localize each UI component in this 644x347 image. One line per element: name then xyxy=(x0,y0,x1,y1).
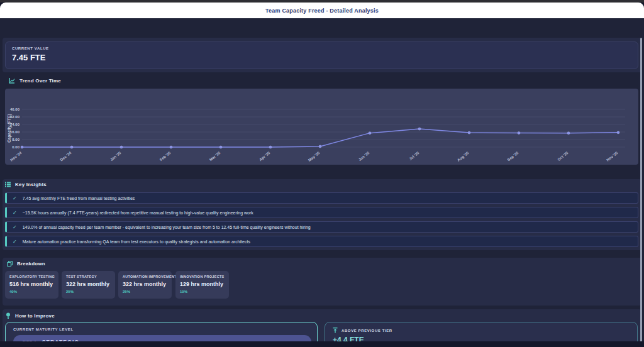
current-value: 7.45 FTE xyxy=(12,53,631,62)
how-to-improve-title: How to Improve xyxy=(15,313,55,319)
line-chart-icon xyxy=(9,77,15,84)
breakdown-card-value: 322 hrs monthly xyxy=(66,281,111,287)
trend-chart[interactable]: 0.008.0016.0024.0032.0040.00Capacity (FT… xyxy=(5,89,638,165)
breakdown-card-label: INNOVATION PROJECTS xyxy=(180,275,225,278)
check-icon: ✓ xyxy=(13,210,17,216)
svg-text:Aug '25: Aug '25 xyxy=(457,151,470,162)
current-value-label: CURRENT VALUE xyxy=(12,47,631,50)
check-icon: ✓ xyxy=(13,239,17,245)
svg-text:0.00: 0.00 xyxy=(12,145,19,149)
trend-section-header: Trend Over Time xyxy=(9,77,61,84)
svg-text:May '25: May '25 xyxy=(308,151,321,162)
svg-text:Feb '25: Feb '25 xyxy=(159,151,172,162)
above-tier-label: ABOVE PREVIOUS TIER xyxy=(341,329,392,333)
svg-text:Nov '24: Nov '24 xyxy=(9,151,23,162)
svg-text:Nov '25: Nov '25 xyxy=(606,151,619,162)
breakdown-card: INNOVATION PROJECTS 129 hrs monthly 10% xyxy=(175,271,229,299)
insight-text: ~15.5K hours annually (7.4 FTE-years) re… xyxy=(23,211,253,215)
breakdown-card-percent: 40% xyxy=(9,290,54,294)
svg-text:Jul '25: Jul '25 xyxy=(408,151,420,161)
breakdown-card-percent: 10% xyxy=(180,290,225,294)
key-insights-title: Key Insights xyxy=(15,182,47,187)
arrow-up-to-line-icon xyxy=(333,328,338,333)
breakdown-card: TEST STRATEGY 322 hrs monthly 25% xyxy=(62,271,115,299)
breakdown-header: Breakdown xyxy=(7,261,45,267)
svg-text:Mar '25: Mar '25 xyxy=(209,151,221,162)
breakdown-card-label: EXPLORATORY TESTING xyxy=(9,275,54,278)
breakdown-card-label: AUTOMATION IMPROVEMENT xyxy=(123,275,167,278)
svg-text:32.00: 32.00 xyxy=(10,115,20,119)
svg-text:Capacity (FTE): Capacity (FTE) xyxy=(7,114,12,143)
svg-text:Apr '25: Apr '25 xyxy=(258,151,271,162)
key-insights-header: Key Insights xyxy=(5,182,47,187)
breakdown-card: AUTOMATION IMPROVEMENT 322 hrs monthly 2… xyxy=(118,271,172,299)
trend-section-title: Trend Over Time xyxy=(19,78,61,84)
modal-body: CURRENT VALUE 7.45 FTE Trend Over Time 0… xyxy=(0,18,644,341)
svg-text:40.00: 40.00 xyxy=(10,107,20,111)
breakdown-card-label: TEST STRATEGY xyxy=(66,275,111,278)
insight-text: 7.45 avg monthly FTE freed from manual t… xyxy=(23,196,135,201)
check-icon: ✓ xyxy=(13,224,17,230)
svg-text:Jan '25: Jan '25 xyxy=(109,151,122,162)
breakdown-title: Breakdown xyxy=(17,261,45,267)
lightbulb-icon xyxy=(6,312,11,319)
insight-row: ✓ 149.0% of annual capacity freed per te… xyxy=(5,221,638,233)
svg-text:Oct '25: Oct '25 xyxy=(557,151,569,162)
trend-chart-panel[interactable]: 0.008.0016.0024.0032.0040.00Capacity (FT… xyxy=(5,89,638,165)
insight-row: ✓ Mature automation practice transformin… xyxy=(5,236,638,247)
breakdown-card-value: 516 hrs monthly xyxy=(9,281,54,287)
modal-title: Team Capacity Freed - Detailed Analysis xyxy=(265,8,379,14)
list-icon xyxy=(5,182,11,187)
insight-row: ✓ 7.45 avg monthly FTE freed from manual… xyxy=(5,192,638,204)
breakdown-card: EXPLORATORY TESTING 516 hrs monthly 40% xyxy=(5,271,58,299)
breakdown-card-percent: 25% xyxy=(123,290,167,294)
maturity-label: CURRENT MATURITY LEVEL xyxy=(13,328,309,331)
breakdown-card-percent: 25% xyxy=(66,290,111,294)
svg-text:8.00: 8.00 xyxy=(12,138,19,141)
insight-text: Mature automation practice transforming … xyxy=(23,240,250,244)
svg-text:Jun '25: Jun '25 xyxy=(358,151,370,162)
breakdown-card-value: 322 hrs monthly xyxy=(123,281,167,287)
modal-title-bar: Team Capacity Freed - Detailed Analysis xyxy=(0,3,644,18)
insight-text: 149.0% of annual capacity freed per team… xyxy=(23,225,311,229)
page-behind-strip xyxy=(0,341,644,347)
how-to-improve-header: How to Improve xyxy=(6,312,55,319)
modal-scrollbar[interactable] xyxy=(640,38,642,347)
breakdown-card-value: 129 hrs monthly xyxy=(180,281,225,287)
insight-row: ✓ ~15.5K hours annually (7.4 FTE-years) … xyxy=(5,207,638,218)
layers-icon xyxy=(7,261,13,267)
svg-text:Dec '24: Dec '24 xyxy=(60,151,73,162)
svg-text:24.00: 24.00 xyxy=(10,123,20,126)
svg-text:Sep '25: Sep '25 xyxy=(507,151,520,162)
current-value-card: CURRENT VALUE 7.45 FTE xyxy=(5,41,638,69)
svg-text:16.00: 16.00 xyxy=(10,130,20,134)
check-icon: ✓ xyxy=(13,196,17,201)
